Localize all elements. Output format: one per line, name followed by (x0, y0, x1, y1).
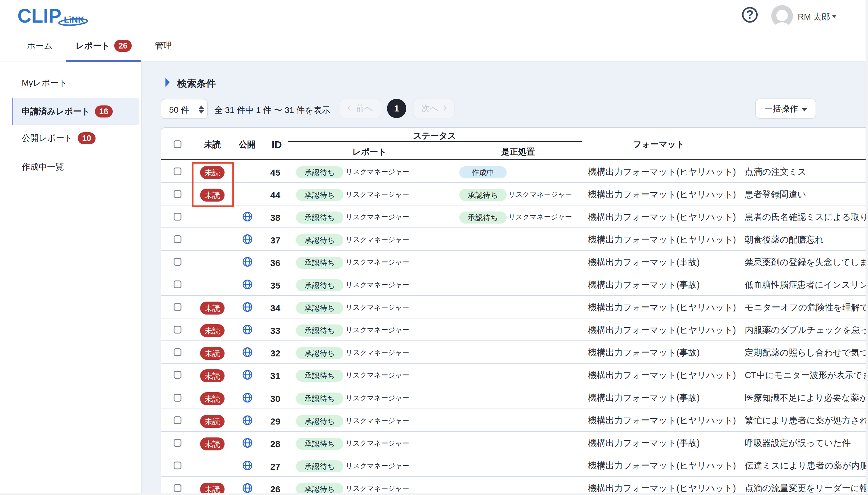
svg-text:?: ? (746, 8, 753, 21)
